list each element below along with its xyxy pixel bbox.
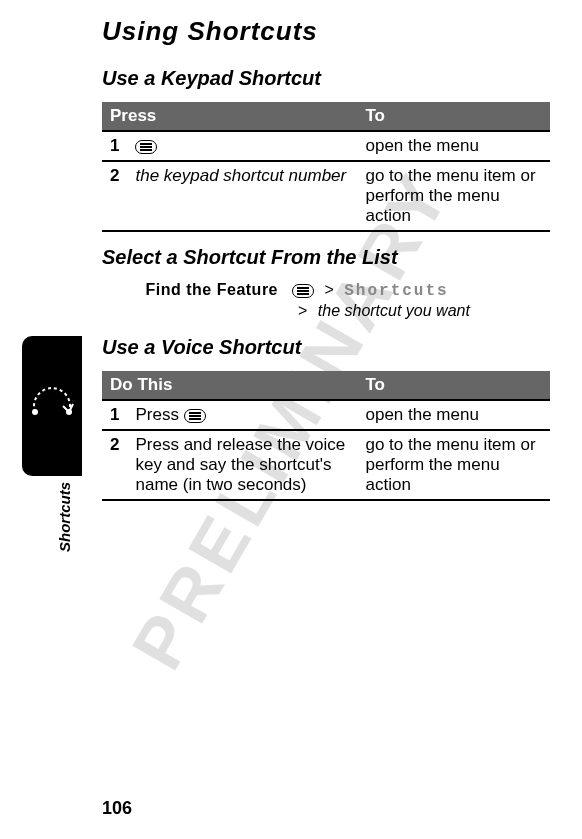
to-cell: go to the menu item or perform the menu …	[357, 161, 550, 231]
feature-path: > Shortcuts > the shortcut you want	[292, 281, 550, 322]
path-target: the shortcut you want	[318, 302, 470, 319]
to-cell: open the menu	[357, 400, 550, 430]
page-title: Using Shortcuts	[102, 16, 550, 47]
table-row: 2 the keypad shortcut number go to the m…	[102, 161, 550, 231]
table-row: 1 open the menu	[102, 131, 550, 161]
voice-shortcut-table: Do This To 1 Press open the menu 2 Press…	[102, 371, 550, 501]
keypad-shortcut-table: Press To 1 open the menu 2 the keypad sh…	[102, 102, 550, 232]
heading-voice-shortcut: Use a Voice Shortcut	[102, 336, 550, 359]
menu-key-icon	[184, 409, 206, 423]
section-tab-label: Shortcuts	[56, 482, 73, 552]
page-content: Using Shortcuts Use a Keypad Shortcut Pr…	[102, 16, 550, 501]
sidebar-tab	[22, 336, 82, 476]
page-number: 106	[102, 798, 132, 819]
table-header-row: Press To	[102, 102, 550, 131]
column-header-to: To	[357, 371, 550, 400]
step-number: 2	[102, 430, 127, 500]
to-cell: go to the menu item or perform the menu …	[357, 430, 550, 500]
path-separator: >	[324, 281, 333, 298]
find-feature-block: Find the Feature > Shortcuts > the short…	[102, 281, 550, 322]
press-cell: the keypad shortcut number	[127, 161, 357, 231]
press-cell	[127, 131, 357, 161]
column-header-to: To	[357, 102, 550, 131]
svg-point-0	[32, 409, 38, 415]
press-prefix: Press	[135, 405, 183, 424]
heading-keypad-shortcut: Use a Keypad Shortcut	[102, 67, 550, 90]
column-header-do: Do This	[102, 371, 357, 400]
table-row: 2 Press and release the voice key and sa…	[102, 430, 550, 500]
step-number: 2	[102, 161, 127, 231]
to-cell: open the menu	[357, 131, 550, 161]
menu-key-icon	[292, 284, 314, 298]
svg-point-1	[66, 409, 72, 415]
find-feature-label: Find the Feature	[102, 281, 292, 322]
menu-key-icon	[135, 140, 157, 154]
table-row: 1 Press open the menu	[102, 400, 550, 430]
do-cell: Press	[127, 400, 357, 430]
shortcuts-menu-item: Shortcuts	[344, 282, 448, 300]
shortcut-arc-icon	[25, 372, 79, 426]
column-header-press: Press	[102, 102, 357, 131]
do-cell: Press and release the voice key and say …	[127, 430, 357, 500]
path-separator: >	[298, 302, 307, 319]
heading-select-shortcut: Select a Shortcut From the List	[102, 246, 550, 269]
table-header-row: Do This To	[102, 371, 550, 400]
step-number: 1	[102, 131, 127, 161]
step-number: 1	[102, 400, 127, 430]
